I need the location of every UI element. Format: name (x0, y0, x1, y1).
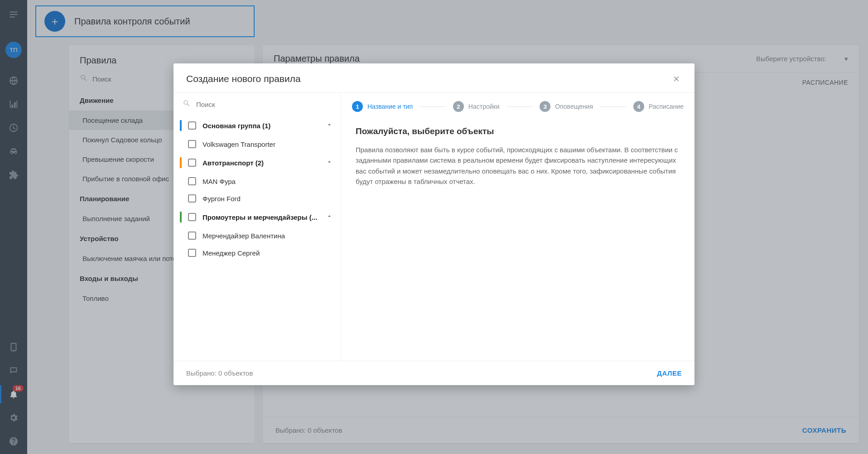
step-4[interactable]: 4 Расписание (633, 101, 684, 112)
checkbox[interactable] (188, 159, 196, 167)
step-2[interactable]: 2 Настройки (453, 101, 500, 112)
checkbox[interactable] (188, 194, 196, 203)
chevron-up-icon[interactable] (326, 159, 333, 167)
object-item[interactable]: Volkswagen Transporter (174, 135, 341, 153)
step-1[interactable]: 1 Название и тип (352, 101, 413, 112)
content-description: Правила позволяют вам быть в курсе событ… (356, 145, 680, 187)
checkbox[interactable] (188, 121, 196, 130)
object-item[interactable]: Фургон Ford (174, 190, 341, 207)
object-item[interactable]: MAN Фура (174, 173, 341, 190)
object-picker: Основная группа (1) Volkswagen Transport… (174, 93, 341, 361)
modal-selected-count: Выбрано: 0 объектов (186, 369, 253, 377)
checkbox[interactable] (188, 249, 196, 257)
object-group[interactable]: Промоутеры и мерчендайзеры (... (174, 207, 341, 227)
step-3[interactable]: 3 Оповещения (540, 101, 593, 112)
object-search[interactable] (174, 93, 341, 116)
modal-title: Создание нового правила (186, 73, 301, 84)
wizard-steps: 1 Название и тип 2 Настройки 3 Оповещени… (341, 93, 694, 112)
checkbox[interactable] (188, 140, 196, 148)
modal-right: 1 Название и тип 2 Настройки 3 Оповещени… (341, 93, 694, 361)
chevron-up-icon[interactable] (326, 121, 333, 130)
object-item[interactable]: Менеджер Сергей (174, 244, 341, 261)
checkbox[interactable] (188, 213, 196, 221)
object-group[interactable]: Основная группа (1) (174, 116, 341, 135)
close-icon[interactable] (671, 73, 682, 84)
group-color-bar (180, 120, 182, 131)
search-icon (183, 99, 191, 109)
checkbox[interactable] (188, 177, 196, 185)
new-rule-modal: Создание нового правила Основная группа … (174, 63, 694, 385)
checkbox[interactable] (188, 232, 196, 240)
group-color-bar (180, 212, 182, 222)
object-search-input[interactable] (196, 101, 332, 108)
object-item[interactable]: Мерчендайзер Валентина (174, 227, 341, 244)
content-title: Пожалуйста, выберите объекты (356, 126, 680, 136)
object-group[interactable]: Автотранспорт (2) (174, 153, 341, 173)
next-button[interactable]: ДАЛЕЕ (657, 369, 682, 377)
group-color-bar (180, 157, 182, 168)
chevron-up-icon[interactable] (326, 213, 333, 221)
